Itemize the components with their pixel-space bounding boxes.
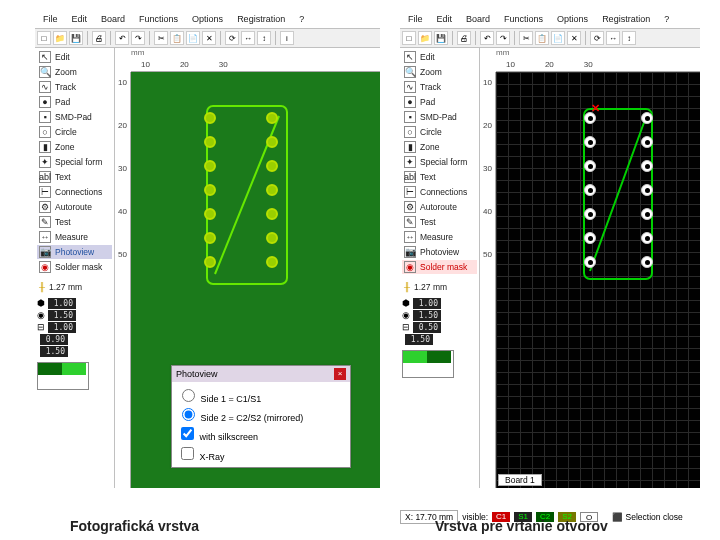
tool-connections[interactable]: ⊢Connections [402, 185, 477, 199]
radio-side1[interactable]: Side 1 = C1/S1 [177, 386, 345, 404]
swatch-green[interactable] [403, 351, 427, 363]
delete-icon[interactable]: ✕ [567, 31, 581, 45]
grid-value[interactable]: ╫ 1.27 mm [37, 281, 112, 293]
tool-pad[interactable]: ●Pad [402, 95, 477, 109]
menu-functions[interactable]: Functions [500, 12, 547, 26]
swatch-green[interactable] [62, 363, 86, 375]
circle-hole-icon[interactable]: ◉ [37, 310, 45, 321]
val-r4[interactable]: 1.50 [405, 334, 433, 345]
val-1[interactable]: 1.00 [48, 298, 76, 309]
swatch-darkgreen[interactable] [38, 363, 62, 375]
width-icon[interactable]: ⊟ [37, 322, 45, 333]
tool-zone[interactable]: ▮Zone [402, 140, 477, 154]
tool-special[interactable]: ✦Special form [37, 155, 112, 169]
menu-functions[interactable]: Functions [135, 12, 182, 26]
tool-soldermask[interactable]: ◉Solder mask [402, 260, 477, 274]
menu-file[interactable]: File [39, 12, 62, 26]
tool-photoview[interactable]: 📷Photoview [402, 245, 477, 259]
tool-measure[interactable]: ↔Measure [37, 230, 112, 244]
val-5[interactable]: 1.50 [40, 346, 68, 357]
undo-icon[interactable]: ↶ [115, 31, 129, 45]
cut-icon[interactable]: ✂ [154, 31, 168, 45]
save-icon[interactable]: 💾 [434, 31, 448, 45]
check-silk[interactable]: with silkscreen [177, 424, 345, 443]
menu-help[interactable]: ? [295, 12, 308, 26]
menu-edit[interactable]: Edit [68, 12, 92, 26]
mirror-v-icon[interactable]: ↕ [257, 31, 271, 45]
tool-edit[interactable]: ↖Edit [402, 50, 477, 64]
new-icon[interactable]: □ [402, 31, 416, 45]
undo-icon[interactable]: ↶ [480, 31, 494, 45]
menu-registration[interactable]: Registration [598, 12, 654, 26]
info-icon[interactable]: i [280, 31, 294, 45]
octagon-icon[interactable]: ⬢ [402, 298, 410, 309]
val-r1[interactable]: 1.00 [413, 298, 441, 309]
width-icon[interactable]: ⊟ [402, 322, 410, 333]
hole-icon[interactable]: ◉ [402, 310, 410, 321]
menu-edit[interactable]: Edit [433, 12, 457, 26]
tool-edit[interactable]: ↖Edit [37, 50, 112, 64]
grid-value[interactable]: ╫ 1.27 mm [402, 281, 477, 293]
tool-smd-pad[interactable]: ▪SMD-Pad [402, 110, 477, 124]
menu-file[interactable]: File [404, 12, 427, 26]
cut-icon[interactable]: ✂ [519, 31, 533, 45]
tool-circle[interactable]: ○Circle [402, 125, 477, 139]
tool-soldermask[interactable]: ◉Solder mask [37, 260, 112, 274]
menu-board[interactable]: Board [97, 12, 129, 26]
mirror-v-icon[interactable]: ↕ [622, 31, 636, 45]
tool-test[interactable]: ✎Test [402, 215, 477, 229]
swatch-darkgreen[interactable] [427, 351, 451, 363]
rotate-icon[interactable]: ⟳ [225, 31, 239, 45]
octagon-icon[interactable]: ⬢ [37, 298, 45, 309]
val-3[interactable]: 1.00 [48, 322, 76, 333]
paste-icon[interactable]: 📄 [551, 31, 565, 45]
tool-zoom[interactable]: 🔍Zoom [402, 65, 477, 79]
mirror-h-icon[interactable]: ↔ [241, 31, 255, 45]
copy-icon[interactable]: 📋 [535, 31, 549, 45]
tool-special[interactable]: ✦Special form [402, 155, 477, 169]
tool-photoview[interactable]: 📷Photoview [37, 245, 112, 259]
check-xray[interactable]: X-Ray [177, 444, 345, 463]
rotate-icon[interactable]: ⟳ [590, 31, 604, 45]
canvas-right[interactable]: mm 10 20 30 10 20 30 40 50 ✕ [480, 48, 700, 488]
val-4[interactable]: 0.90 [40, 334, 68, 345]
val-2[interactable]: 1.50 [48, 310, 76, 321]
photoview-titlebar[interactable]: Photoview × [172, 366, 350, 382]
radio-side2[interactable]: Side 2 = C2/S2 (mirrored) [177, 405, 345, 423]
print-icon[interactable]: 🖨 [92, 31, 106, 45]
save-icon[interactable]: 💾 [69, 31, 83, 45]
mirror-h-icon[interactable]: ↔ [606, 31, 620, 45]
tool-smd-pad[interactable]: ▪SMD-Pad [37, 110, 112, 124]
tool-text[interactable]: ablText [37, 170, 112, 184]
menu-options[interactable]: Options [188, 12, 227, 26]
copy-icon[interactable]: 📋 [170, 31, 184, 45]
tool-zone[interactable]: ▮Zone [37, 140, 112, 154]
menu-help[interactable]: ? [660, 12, 673, 26]
redo-icon[interactable]: ↷ [496, 31, 510, 45]
tool-autoroute[interactable]: ⚙Autoroute [402, 200, 477, 214]
menu-options[interactable]: Options [553, 12, 592, 26]
tool-circle[interactable]: ○Circle [37, 125, 112, 139]
menu-board[interactable]: Board [462, 12, 494, 26]
open-icon[interactable]: 📁 [53, 31, 67, 45]
tool-text[interactable]: ablText [402, 170, 477, 184]
tool-connections[interactable]: ⊢Connections [37, 185, 112, 199]
print-icon[interactable]: 🖨 [457, 31, 471, 45]
paste-icon[interactable]: 📄 [186, 31, 200, 45]
menu-registration[interactable]: Registration [233, 12, 289, 26]
tool-autoroute[interactable]: ⚙Autoroute [37, 200, 112, 214]
open-icon[interactable]: 📁 [418, 31, 432, 45]
tool-track[interactable]: ∿Track [402, 80, 477, 94]
tool-zoom[interactable]: 🔍Zoom [37, 65, 112, 79]
delete-icon[interactable]: ✕ [202, 31, 216, 45]
tool-track[interactable]: ∿Track [37, 80, 112, 94]
redo-icon[interactable]: ↷ [131, 31, 145, 45]
tool-measure[interactable]: ↔Measure [402, 230, 477, 244]
val-r3[interactable]: 0.50 [413, 322, 441, 333]
board-tab[interactable]: Board 1 [498, 474, 542, 486]
new-icon[interactable]: □ [37, 31, 51, 45]
val-r2[interactable]: 1.50 [413, 310, 441, 321]
canvas-left[interactable]: mm 10 20 30 10 20 30 40 50 [115, 48, 380, 488]
tool-test[interactable]: ✎Test [37, 215, 112, 229]
close-icon[interactable]: × [334, 368, 346, 380]
